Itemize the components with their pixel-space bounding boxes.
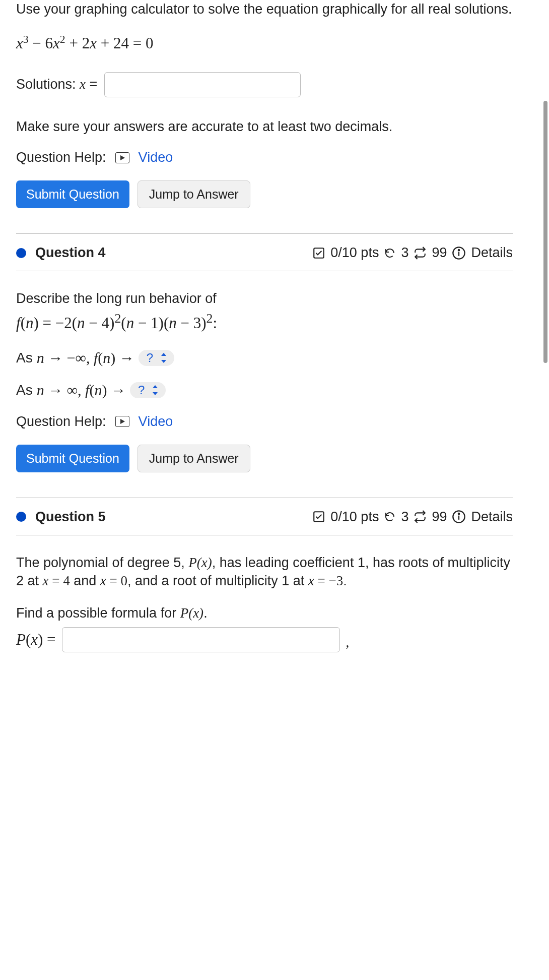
submit-question-button[interactable]: Submit Question <box>16 180 129 208</box>
jump-to-answer-button[interactable]: Jump to Answer <box>138 445 250 472</box>
limit-neg-infinity-row: As n → −∞, f(n) → ? <box>16 349 513 366</box>
updown-icon <box>160 352 167 363</box>
checkbox-icon <box>312 510 325 523</box>
solutions-input[interactable] <box>104 72 301 97</box>
attempts-icon <box>414 510 427 523</box>
details-link[interactable]: Details <box>471 245 513 261</box>
svg-point-7 <box>458 513 459 514</box>
jump-to-answer-button[interactable]: Jump to Answer <box>138 180 250 208</box>
question-4-header: Question 4 0/10 pts 3 99 Details <box>16 233 513 271</box>
trailing-comma: , <box>346 635 350 650</box>
retry-icon <box>384 511 396 523</box>
info-icon <box>452 246 466 260</box>
q3-prompt: Use your graphing calculator to solve th… <box>16 0 513 18</box>
points-text: 0/10 pts <box>330 245 379 261</box>
retry-icon <box>384 247 396 259</box>
submit-question-button[interactable]: Submit Question <box>16 445 129 472</box>
question-status-dot <box>16 512 26 522</box>
video-icon <box>115 416 129 427</box>
scrollbar-thumb[interactable] <box>543 101 547 363</box>
px-input[interactable] <box>62 627 340 652</box>
video-icon <box>115 152 129 163</box>
scrollbar-track[interactable] <box>542 0 549 652</box>
q4-function: f(n) = −2(n − 4)2(n − 1)(n − 3)2: <box>16 311 513 332</box>
question-4-title: Question 4 <box>35 245 106 261</box>
info-icon <box>452 510 466 524</box>
question-5-header: Question 5 0/10 pts 3 99 Details <box>16 498 513 535</box>
limit-neg-dropdown[interactable]: ? <box>139 350 174 366</box>
q5-prompt: The polynomial of degree 5, P(x), has le… <box>16 554 513 590</box>
svg-point-3 <box>458 250 459 251</box>
question-5-title: Question 5 <box>35 509 106 525</box>
updown-icon <box>152 385 159 396</box>
checkbox-icon <box>312 247 325 260</box>
attempts-text: 99 <box>432 245 447 261</box>
limit-pos-dropdown[interactable]: ? <box>130 382 166 398</box>
attempts-text: 99 <box>432 509 447 525</box>
video-link[interactable]: Video <box>139 150 173 165</box>
tries-text: 3 <box>401 245 408 261</box>
limit-pos-infinity-row: As n → ∞, f(n) → ? <box>16 382 513 399</box>
question-help-label: Question Help: <box>16 414 106 430</box>
solutions-label: Solutions: x = <box>16 77 97 92</box>
q5-find-label: Find a possible formula for P(x). <box>16 605 513 621</box>
video-link[interactable]: Video <box>139 414 173 430</box>
question-status-dot <box>16 248 26 258</box>
q3-equation: x3 − 6x2 + 2x + 24 = 0 <box>16 33 513 52</box>
attempts-icon <box>414 247 427 260</box>
question-help-label: Question Help: <box>16 150 106 165</box>
points-text: 0/10 pts <box>330 509 379 525</box>
q4-prompt: Describe the long run behavior of <box>16 289 513 308</box>
q3-note: Make sure your answers are accurate to a… <box>16 117 513 136</box>
px-label: P(x) = <box>16 631 56 649</box>
details-link[interactable]: Details <box>471 509 513 525</box>
tries-text: 3 <box>401 509 408 525</box>
